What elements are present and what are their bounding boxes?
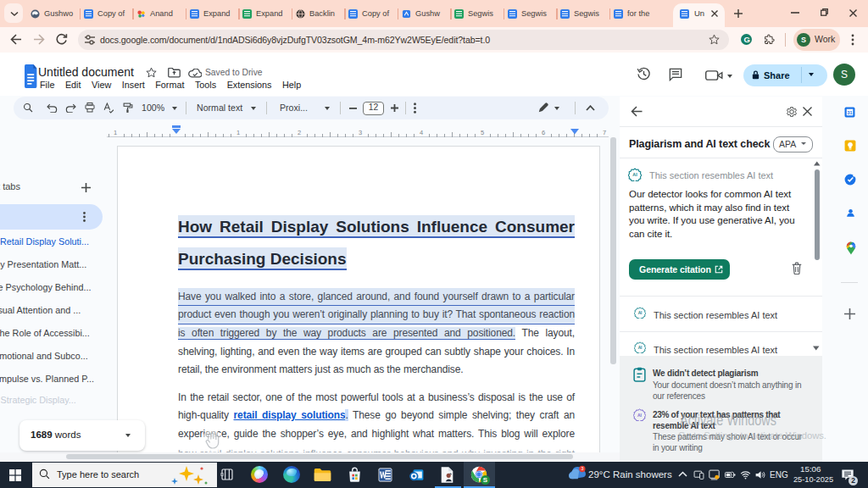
svg-text:7: 7: [603, 129, 606, 136]
svg-text:4: 4: [420, 129, 423, 136]
svg-text:1: 1: [236, 129, 240, 136]
svg-text:5: 5: [481, 129, 484, 136]
svg-text:AI: AI: [637, 413, 643, 418]
svg-text:2: 2: [298, 129, 301, 136]
svg-text:31: 31: [847, 110, 852, 115]
svg-text:6: 6: [542, 129, 545, 136]
svg-text:1: 1: [114, 129, 117, 136]
svg-text:AI: AI: [632, 172, 637, 177]
svg-text:3: 3: [581, 466, 583, 471]
svg-text:3: 3: [359, 129, 362, 136]
svg-text:AI: AI: [638, 311, 643, 315]
svg-text:AI: AI: [638, 346, 643, 350]
